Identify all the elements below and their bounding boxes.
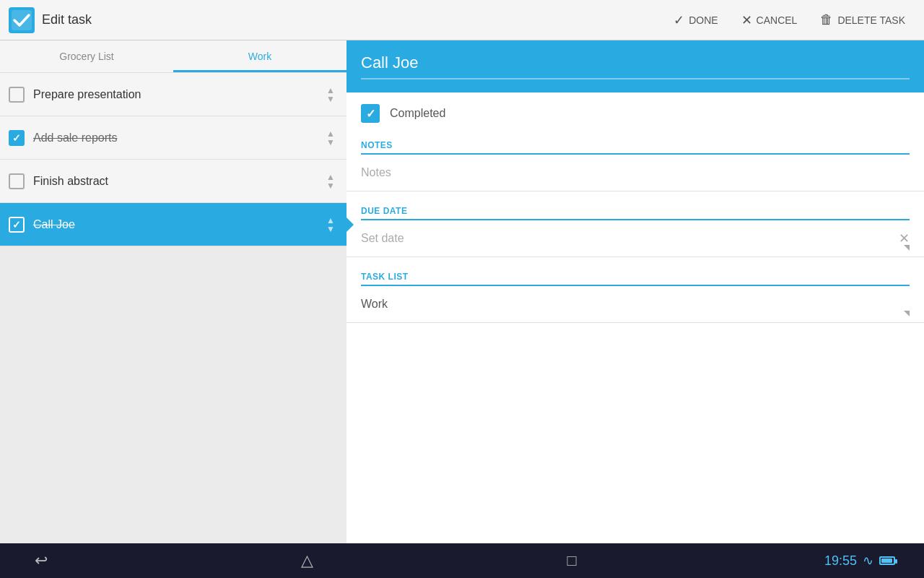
home-button[interactable]: △ (295, 545, 319, 576)
left-panel: Grocery List Work Prepare presentation ▲… (0, 40, 346, 543)
tab-work[interactable]: Work (173, 40, 346, 72)
task-list-value: Work (361, 295, 910, 314)
task-checkbox-2[interactable] (9, 130, 25, 146)
home-icon: △ (301, 551, 313, 570)
due-date-section-label: DUE DATE (346, 200, 924, 216)
tabs: Grocery List Work (0, 40, 346, 73)
task-checkbox-4[interactable] (9, 217, 25, 233)
back-button[interactable]: ↩ (29, 545, 53, 576)
task-item-1[interactable]: Prepare presentation ▲ ▼ (0, 73, 346, 116)
back-icon: ↩ (35, 551, 48, 570)
completed-label: Completed (390, 107, 445, 120)
top-actions: ✓ DONE ✕ CANCEL 🗑 DELETE TASK (663, 7, 915, 34)
task-checkbox-1[interactable] (9, 87, 25, 103)
cancel-button[interactable]: ✕ CANCEL (731, 7, 808, 34)
reorder-arrows-4: ▲ ▼ (326, 216, 335, 233)
task-list-section-label: TASK LIST (346, 266, 924, 282)
status-bar-right: 19:55 ∿ (824, 553, 895, 569)
task-reorder-4[interactable]: ▲ ▼ (323, 213, 338, 236)
recents-button[interactable]: □ (561, 545, 582, 576)
task-label-1: Prepare presentation (33, 88, 323, 101)
done-icon: ✓ (674, 12, 684, 28)
tab-grocery-list[interactable]: Grocery List (0, 40, 173, 72)
notes-field-row (346, 155, 924, 191)
reorder-arrows-2: ▲ ▼ (326, 129, 335, 147)
done-label: DONE (689, 14, 718, 26)
task-header: Call Joe (346, 40, 924, 92)
completed-checkbox[interactable] (361, 104, 380, 123)
task-list-field-row[interactable]: Work (346, 286, 924, 323)
battery-icon (879, 556, 895, 565)
task-checkbox-3[interactable] (9, 173, 25, 189)
clear-date-button[interactable]: ✕ (899, 230, 910, 246)
cancel-label: CANCEL (757, 14, 798, 26)
top-bar: Edit task ✓ DONE ✕ CANCEL 🗑 DELETE TASK (0, 0, 924, 40)
wifi-icon: ∿ (863, 553, 873, 569)
delete-task-button[interactable]: 🗑 DELETE TASK (810, 7, 915, 33)
task-reorder-3[interactable]: ▲ ▼ (323, 170, 338, 193)
right-panel: Call Joe Completed NOTES DUE DATE ✕ TASK… (346, 40, 924, 543)
task-list: Prepare presentation ▲ ▼ Add sale report… (0, 73, 346, 543)
date-input[interactable] (361, 229, 888, 248)
main-content: Grocery List Work Prepare presentation ▲… (0, 40, 924, 543)
task-item-3[interactable]: Finish abstract ▲ ▼ (0, 160, 346, 203)
header-divider (361, 78, 910, 79)
task-reorder-2[interactable]: ▲ ▼ (323, 126, 338, 150)
date-arrow-icon (904, 245, 910, 251)
notes-section-label: NOTES (346, 134, 924, 150)
task-reorder-1[interactable]: ▲ ▼ (323, 83, 338, 106)
task-list-arrow-icon (904, 311, 910, 316)
cancel-icon: ✕ (741, 12, 752, 28)
task-label-4: Call Joe (33, 218, 323, 231)
recents-icon: □ (567, 551, 576, 570)
task-label-3: Finish abstract (33, 175, 323, 188)
due-date-field-row[interactable]: ✕ (346, 220, 924, 257)
clock: 19:55 (824, 553, 857, 569)
task-header-title: Call Joe (361, 53, 910, 72)
page-title: Edit task (42, 12, 663, 27)
app-icon (9, 7, 35, 33)
reorder-arrows-1: ▲ ▼ (326, 86, 335, 103)
bottom-bar: ↩ △ □ 19:55 ∿ (0, 543, 924, 578)
notes-input[interactable] (361, 163, 910, 182)
done-button[interactable]: ✓ DONE (663, 7, 728, 34)
completed-row: Completed (346, 92, 924, 134)
reorder-arrows-3: ▲ ▼ (326, 173, 335, 190)
trash-icon: 🗑 (820, 12, 833, 27)
delete-label: DELETE TASK (837, 14, 905, 26)
task-item-2[interactable]: Add sale reports ▲ ▼ (0, 116, 346, 160)
task-label-2: Add sale reports (33, 131, 323, 144)
task-item-4[interactable]: Call Joe ▲ ▼ (0, 203, 346, 246)
